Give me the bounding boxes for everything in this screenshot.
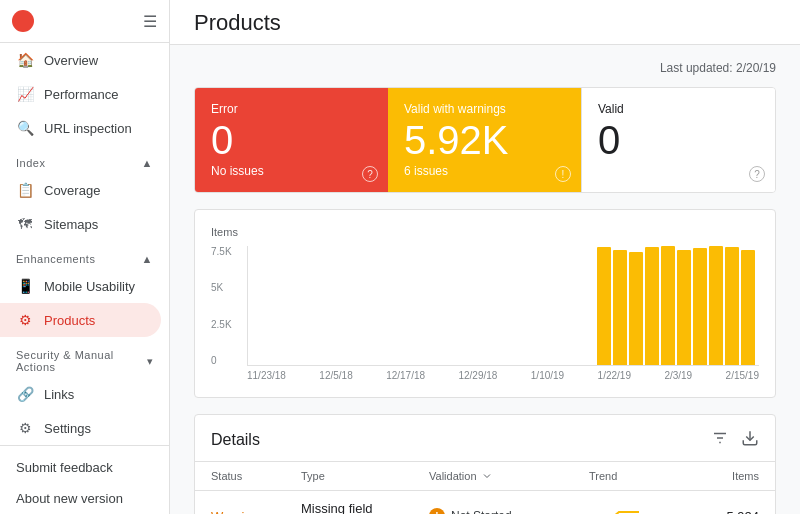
enhancements-collapse-icon: ▲ (142, 253, 153, 265)
col-header-type: Type (301, 470, 429, 482)
chart-bar-9 (741, 250, 755, 365)
valid-card-value: 0 (598, 120, 759, 160)
google-logo (12, 10, 34, 32)
error-card-label: Error (211, 102, 372, 116)
sidebar-item-submit-feedback[interactable]: Submit feedback (0, 452, 161, 483)
warning-card-value: 5.92K (404, 120, 565, 160)
sidebar-item-links-label: Links (44, 387, 74, 402)
row-0-validation: ! Not Started (429, 508, 589, 514)
index-collapse-icon: ▲ (142, 157, 153, 169)
y-label-2: 2.5K (211, 319, 243, 330)
y-label-3: 0 (211, 355, 243, 366)
chart-bar-6 (693, 248, 707, 365)
section-header-index[interactable]: Index ▲ (0, 149, 169, 173)
links-icon: 🔗 (16, 385, 34, 403)
sidebar-item-overview-label: Overview (44, 53, 98, 68)
chart-y-axis-label: Items (211, 226, 759, 238)
section-header-security[interactable]: Security & Manual Actions ▾ (0, 341, 169, 377)
sidebar-item-products-label: Products (44, 313, 95, 328)
trend-sparkline (589, 506, 639, 514)
chart-bars (248, 246, 759, 365)
x-label-3: 12/29/18 (458, 370, 497, 381)
table-header: Status Type Validation Trend Items (195, 462, 775, 491)
chart-area: 7.5K 5K 2.5K 0 (211, 246, 759, 366)
settings-icon: ⚙ (16, 419, 34, 437)
x-label-4: 1/10/19 (531, 370, 564, 381)
chart-bar-7 (709, 246, 723, 365)
sidebar-item-settings[interactable]: ⚙ Settings (0, 411, 161, 445)
sidebar-item-mobile-usability-label: Mobile Usability (44, 279, 135, 294)
sidebar-collapse-button[interactable]: ☰ (143, 12, 157, 31)
x-label-0: 11/23/18 (247, 370, 286, 381)
sidebar-item-mobile-usability[interactable]: 📱 Mobile Usability (0, 269, 161, 303)
mobile-icon: 📱 (16, 277, 34, 295)
x-label-1: 12/5/18 (319, 370, 352, 381)
warning-card-issues: 6 issues (404, 164, 565, 178)
valid-info-icon[interactable]: ? (749, 166, 765, 182)
sidebar-item-links[interactable]: 🔗 Links (0, 377, 161, 411)
sidebar-item-coverage[interactable]: 📋 Coverage (0, 173, 161, 207)
search-icon: 🔍 (16, 119, 34, 137)
chart-bar-5 (677, 250, 691, 365)
valid-card[interactable]: Valid 0 ? (581, 88, 775, 192)
row-0-items: 5,924 (689, 509, 759, 515)
col-header-validation[interactable]: Validation (429, 470, 589, 482)
sidebar-item-products[interactable]: ⚙ Products (0, 303, 161, 337)
section-header-enhancements[interactable]: Enhancements ▲ (0, 245, 169, 269)
chart-x-labels: 11/23/1812/5/1812/17/1812/29/181/10/191/… (247, 370, 759, 381)
valid-card-label: Valid (598, 102, 759, 116)
section-enhancements-label: Enhancements (16, 253, 95, 265)
table-row[interactable]: Warning Missing field "aggregateRating" … (195, 491, 775, 514)
sidebar-item-url-inspection-label: URL inspection (44, 121, 132, 136)
details-section: Details Status Type Validation Tre (194, 414, 776, 514)
status-cards: Error 0 No issues ? Valid with warnings … (194, 87, 776, 193)
submit-feedback-label: Submit feedback (16, 460, 113, 475)
home-icon: 🏠 (16, 51, 34, 69)
chart-container: Items 7.5K 5K 2.5K 0 11/23/1812/5/1812/1… (194, 209, 776, 398)
section-security-label: Security & Manual Actions (16, 349, 147, 373)
sidebar-item-sitemaps-label: Sitemaps (44, 217, 98, 232)
page-header: Products (170, 0, 800, 45)
filter-button[interactable] (711, 429, 729, 451)
sidebar-item-url-inspection[interactable]: 🔍 URL inspection (0, 111, 161, 145)
security-collapse-icon: ▾ (147, 355, 154, 368)
products-icon: ⚙ (16, 311, 34, 329)
error-info-icon[interactable]: ? (362, 166, 378, 182)
sidebar-item-about-new-version[interactable]: About new version (0, 483, 161, 514)
error-card-value: 0 (211, 120, 372, 160)
sort-icon (481, 470, 493, 482)
error-card-issues: No issues (211, 164, 372, 178)
chart-bar-3 (645, 247, 659, 365)
x-label-5: 1/22/19 (598, 370, 631, 381)
y-label-1: 5K (211, 282, 243, 293)
col-header-trend: Trend (589, 470, 689, 482)
warning-card-label: Valid with warnings (404, 102, 565, 116)
sidebar-item-coverage-label: Coverage (44, 183, 100, 198)
sidebar-footer: Submit feedback About new version Go to … (0, 445, 169, 514)
x-label-7: 2/15/19 (726, 370, 759, 381)
page-title: Products (194, 10, 776, 36)
error-card[interactable]: Error 0 No issues ? (195, 88, 388, 192)
sidebar-item-performance[interactable]: 📈 Performance (0, 77, 161, 111)
row-0-status: Warning (211, 509, 301, 515)
row-0-trend (589, 506, 689, 514)
last-updated: Last updated: 2/20/19 (194, 61, 776, 75)
sidebar-item-sitemaps[interactable]: 🗺 Sitemaps (0, 207, 161, 241)
sitemaps-icon: 🗺 (16, 215, 34, 233)
page-content-area: Last updated: 2/20/19 Error 0 No issues … (170, 45, 800, 514)
main-content: Products Last updated: 2/20/19 Error 0 N… (170, 0, 800, 514)
not-started-badge-icon: ! (429, 508, 445, 514)
download-button[interactable] (741, 429, 759, 451)
chart-y-labels: 7.5K 5K 2.5K 0 (211, 246, 243, 366)
sidebar-item-overview[interactable]: 🏠 Overview (0, 43, 161, 77)
sidebar-logo-area: ☰ (0, 0, 169, 43)
chart-bar-4 (661, 246, 675, 365)
col-header-items: Items (689, 470, 759, 482)
warning-info-icon[interactable]: ! (555, 166, 571, 182)
x-label-2: 12/17/18 (386, 370, 425, 381)
section-index-label: Index (16, 157, 45, 169)
warning-card[interactable]: Valid with warnings 5.92K 6 issues ! (388, 88, 581, 192)
details-title: Details (211, 431, 260, 449)
x-label-6: 2/3/19 (664, 370, 692, 381)
performance-icon: 📈 (16, 85, 34, 103)
